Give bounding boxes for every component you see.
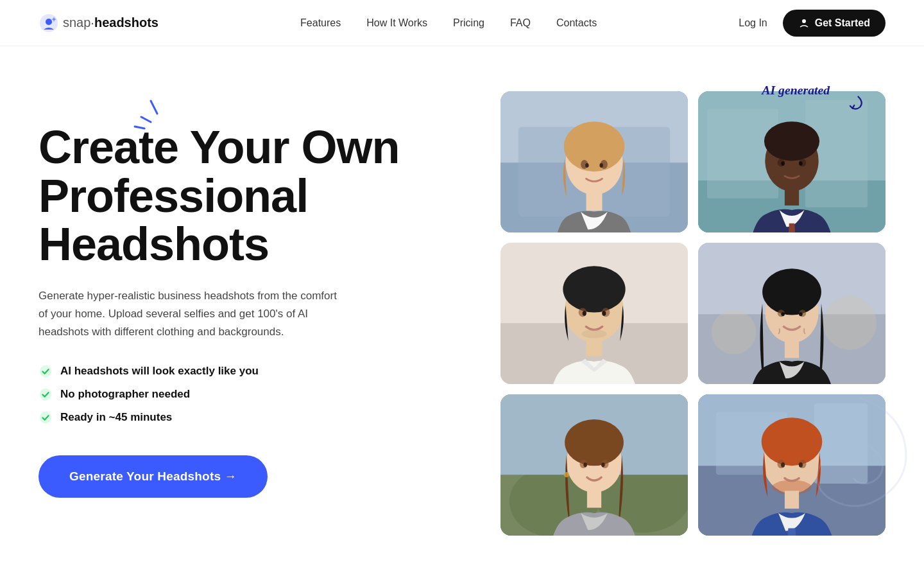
logo-text: snap·headshots xyxy=(63,15,158,30)
ai-label: AI generated xyxy=(757,72,873,113)
svg-point-14 xyxy=(564,121,625,171)
nav-item-contacts[interactable]: Contacts xyxy=(556,17,597,28)
svg-point-64 xyxy=(564,472,569,477)
svg-line-5 xyxy=(135,127,144,128)
svg-point-50 xyxy=(781,312,785,316)
hero-subtitle: Generate hyper-realistic business headsh… xyxy=(38,287,346,341)
svg-rect-59 xyxy=(587,490,601,508)
login-button[interactable]: Log In xyxy=(739,17,767,29)
hero-section: Create Your Own Professional Headshots G… xyxy=(0,46,924,573)
svg-line-4 xyxy=(141,117,151,122)
svg-point-63 xyxy=(601,462,605,467)
svg-rect-35 xyxy=(586,338,602,356)
deco-swirl xyxy=(809,392,911,523)
headshot-card-4 xyxy=(698,243,886,384)
nav-item-how-it-works[interactable]: How It Works xyxy=(366,17,427,28)
svg-rect-26 xyxy=(785,188,799,206)
svg-point-43 xyxy=(712,310,757,355)
svg-point-46 xyxy=(762,268,821,315)
headshot-card-3 xyxy=(501,243,688,384)
svg-point-40 xyxy=(582,329,607,338)
person-photo-3 xyxy=(501,243,688,384)
logo[interactable]: snap·headshots xyxy=(38,13,158,33)
svg-point-30 xyxy=(799,161,803,166)
svg-point-25 xyxy=(764,121,819,161)
svg-point-6 xyxy=(40,365,51,377)
person-photo-4 xyxy=(698,243,886,384)
nav-item-faq[interactable]: FAQ xyxy=(510,17,531,28)
svg-line-3 xyxy=(151,101,157,114)
nav-item-features[interactable]: Features xyxy=(300,17,341,28)
hero-title: Create Your Own Professional Headshots xyxy=(38,123,475,269)
get-started-button[interactable]: Get Started xyxy=(783,10,886,37)
feature-item-2: No photographer needed xyxy=(38,387,475,401)
svg-point-39 xyxy=(602,311,606,316)
svg-point-76 xyxy=(781,462,785,468)
check-icon-3 xyxy=(38,410,53,425)
svg-rect-47 xyxy=(785,340,799,358)
feature-item-1: AI headshots will look exactly like you xyxy=(38,364,475,378)
svg-point-58 xyxy=(565,419,624,466)
check-icon-2 xyxy=(38,387,53,401)
check-icon-1 xyxy=(38,364,53,378)
headshot-card-5 xyxy=(501,394,688,536)
nav-actions: Log In Get Started xyxy=(739,10,886,37)
svg-point-51 xyxy=(799,312,803,316)
svg-point-29 xyxy=(781,161,785,166)
svg-text:AI generated: AI generated xyxy=(760,83,830,97)
svg-point-38 xyxy=(583,311,586,316)
hero-images: AI generated xyxy=(475,85,886,536)
user-icon xyxy=(798,17,810,29)
generate-headshots-button[interactable]: Generate Your Headshots → xyxy=(38,455,268,498)
svg-rect-73 xyxy=(785,491,799,509)
nav-item-pricing[interactable]: Pricing xyxy=(453,17,484,28)
nav-links: Features How It Works Pricing FAQ Contac… xyxy=(300,17,597,29)
svg-point-7 xyxy=(40,389,51,400)
svg-point-18 xyxy=(585,163,589,168)
svg-point-19 xyxy=(599,163,603,168)
svg-point-8 xyxy=(40,412,51,423)
deco-marks xyxy=(128,98,180,139)
svg-point-34 xyxy=(563,266,625,312)
person-photo-1 xyxy=(501,91,688,232)
svg-point-44 xyxy=(823,296,877,349)
features-list: AI headshots will look exactly like you … xyxy=(38,364,475,425)
svg-point-77 xyxy=(799,462,803,468)
logo-icon xyxy=(38,13,59,33)
navbar: snap·headshots Features How It Works Pri… xyxy=(0,0,924,46)
svg-rect-15 xyxy=(586,191,602,211)
headshot-card-1 xyxy=(501,91,688,232)
svg-point-62 xyxy=(583,462,587,467)
feature-item-3: Ready in ~45 minutes xyxy=(38,410,475,425)
person-photo-5 xyxy=(501,394,688,536)
hero-content: Create Your Own Professional Headshots G… xyxy=(38,85,475,498)
svg-point-1 xyxy=(46,19,52,25)
svg-point-2 xyxy=(802,19,806,23)
